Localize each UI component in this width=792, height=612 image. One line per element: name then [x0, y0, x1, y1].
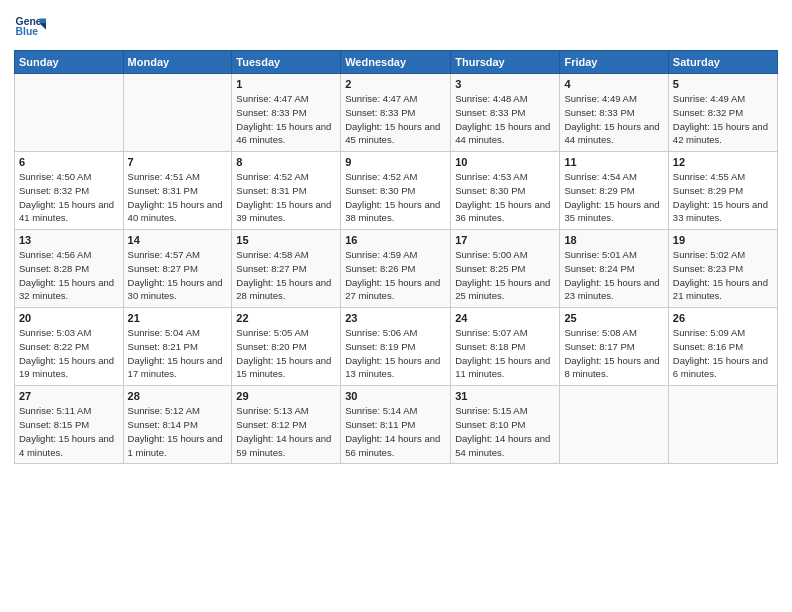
cell-info: Sunrise: 5:01 AM Sunset: 8:24 PM Dayligh… — [564, 248, 663, 303]
calendar-cell: 7Sunrise: 4:51 AM Sunset: 8:31 PM Daylig… — [123, 152, 232, 230]
week-row-5: 27Sunrise: 5:11 AM Sunset: 8:15 PM Dayli… — [15, 386, 778, 464]
calendar-cell: 24Sunrise: 5:07 AM Sunset: 8:18 PM Dayli… — [451, 308, 560, 386]
cell-info: Sunrise: 4:57 AM Sunset: 8:27 PM Dayligh… — [128, 248, 228, 303]
cell-info: Sunrise: 5:07 AM Sunset: 8:18 PM Dayligh… — [455, 326, 555, 381]
cell-date: 14 — [128, 234, 228, 246]
calendar-cell: 5Sunrise: 4:49 AM Sunset: 8:32 PM Daylig… — [668, 74, 777, 152]
cell-date: 20 — [19, 312, 119, 324]
cell-info: Sunrise: 4:49 AM Sunset: 8:32 PM Dayligh… — [673, 92, 773, 147]
header-row: SundayMondayTuesdayWednesdayThursdayFrid… — [15, 51, 778, 74]
cell-date: 21 — [128, 312, 228, 324]
calendar-cell: 23Sunrise: 5:06 AM Sunset: 8:19 PM Dayli… — [341, 308, 451, 386]
cell-info: Sunrise: 4:55 AM Sunset: 8:29 PM Dayligh… — [673, 170, 773, 225]
cell-date: 16 — [345, 234, 446, 246]
calendar-cell: 21Sunrise: 5:04 AM Sunset: 8:21 PM Dayli… — [123, 308, 232, 386]
calendar-cell: 10Sunrise: 4:53 AM Sunset: 8:30 PM Dayli… — [451, 152, 560, 230]
cell-date: 25 — [564, 312, 663, 324]
calendar-cell: 31Sunrise: 5:15 AM Sunset: 8:10 PM Dayli… — [451, 386, 560, 464]
calendar-cell: 16Sunrise: 4:59 AM Sunset: 8:26 PM Dayli… — [341, 230, 451, 308]
cell-info: Sunrise: 5:08 AM Sunset: 8:17 PM Dayligh… — [564, 326, 663, 381]
cell-info: Sunrise: 5:09 AM Sunset: 8:16 PM Dayligh… — [673, 326, 773, 381]
cell-date: 24 — [455, 312, 555, 324]
cell-info: Sunrise: 4:58 AM Sunset: 8:27 PM Dayligh… — [236, 248, 336, 303]
day-header-monday: Monday — [123, 51, 232, 74]
cell-date: 9 — [345, 156, 446, 168]
calendar-cell: 17Sunrise: 5:00 AM Sunset: 8:25 PM Dayli… — [451, 230, 560, 308]
cell-info: Sunrise: 5:02 AM Sunset: 8:23 PM Dayligh… — [673, 248, 773, 303]
day-header-sunday: Sunday — [15, 51, 124, 74]
cell-info: Sunrise: 4:53 AM Sunset: 8:30 PM Dayligh… — [455, 170, 555, 225]
calendar-cell: 4Sunrise: 4:49 AM Sunset: 8:33 PM Daylig… — [560, 74, 668, 152]
calendar-cell: 8Sunrise: 4:52 AM Sunset: 8:31 PM Daylig… — [232, 152, 341, 230]
cell-info: Sunrise: 5:06 AM Sunset: 8:19 PM Dayligh… — [345, 326, 446, 381]
calendar-page: General Blue SundayMondayTuesdayWednesda… — [0, 0, 792, 612]
calendar-cell: 20Sunrise: 5:03 AM Sunset: 8:22 PM Dayli… — [15, 308, 124, 386]
calendar-cell: 3Sunrise: 4:48 AM Sunset: 8:33 PM Daylig… — [451, 74, 560, 152]
cell-date: 29 — [236, 390, 336, 402]
cell-date: 31 — [455, 390, 555, 402]
calendar-cell — [668, 386, 777, 464]
cell-info: Sunrise: 5:13 AM Sunset: 8:12 PM Dayligh… — [236, 404, 336, 459]
cell-date: 30 — [345, 390, 446, 402]
week-row-4: 20Sunrise: 5:03 AM Sunset: 8:22 PM Dayli… — [15, 308, 778, 386]
calendar-cell: 12Sunrise: 4:55 AM Sunset: 8:29 PM Dayli… — [668, 152, 777, 230]
calendar-cell: 18Sunrise: 5:01 AM Sunset: 8:24 PM Dayli… — [560, 230, 668, 308]
cell-info: Sunrise: 5:14 AM Sunset: 8:11 PM Dayligh… — [345, 404, 446, 459]
cell-info: Sunrise: 5:15 AM Sunset: 8:10 PM Dayligh… — [455, 404, 555, 459]
logo: General Blue — [14, 12, 46, 44]
calendar-cell: 28Sunrise: 5:12 AM Sunset: 8:14 PM Dayli… — [123, 386, 232, 464]
calendar-cell: 19Sunrise: 5:02 AM Sunset: 8:23 PM Dayli… — [668, 230, 777, 308]
calendar-cell: 29Sunrise: 5:13 AM Sunset: 8:12 PM Dayli… — [232, 386, 341, 464]
cell-info: Sunrise: 4:47 AM Sunset: 8:33 PM Dayligh… — [345, 92, 446, 147]
day-header-wednesday: Wednesday — [341, 51, 451, 74]
cell-date: 27 — [19, 390, 119, 402]
cell-info: Sunrise: 4:52 AM Sunset: 8:31 PM Dayligh… — [236, 170, 336, 225]
cell-info: Sunrise: 4:56 AM Sunset: 8:28 PM Dayligh… — [19, 248, 119, 303]
calendar-cell: 1Sunrise: 4:47 AM Sunset: 8:33 PM Daylig… — [232, 74, 341, 152]
cell-date: 7 — [128, 156, 228, 168]
cell-date: 10 — [455, 156, 555, 168]
calendar-table: SundayMondayTuesdayWednesdayThursdayFrid… — [14, 50, 778, 464]
cell-date: 12 — [673, 156, 773, 168]
cell-date: 22 — [236, 312, 336, 324]
svg-text:Blue: Blue — [16, 26, 39, 37]
calendar-cell: 15Sunrise: 4:58 AM Sunset: 8:27 PM Dayli… — [232, 230, 341, 308]
calendar-cell: 13Sunrise: 4:56 AM Sunset: 8:28 PM Dayli… — [15, 230, 124, 308]
cell-date: 3 — [455, 78, 555, 90]
cell-info: Sunrise: 4:50 AM Sunset: 8:32 PM Dayligh… — [19, 170, 119, 225]
cell-info: Sunrise: 4:59 AM Sunset: 8:26 PM Dayligh… — [345, 248, 446, 303]
cell-info: Sunrise: 5:05 AM Sunset: 8:20 PM Dayligh… — [236, 326, 336, 381]
cell-info: Sunrise: 4:47 AM Sunset: 8:33 PM Dayligh… — [236, 92, 336, 147]
calendar-cell: 26Sunrise: 5:09 AM Sunset: 8:16 PM Dayli… — [668, 308, 777, 386]
calendar-cell: 11Sunrise: 4:54 AM Sunset: 8:29 PM Dayli… — [560, 152, 668, 230]
cell-info: Sunrise: 4:54 AM Sunset: 8:29 PM Dayligh… — [564, 170, 663, 225]
logo-icon: General Blue — [14, 12, 46, 44]
day-header-thursday: Thursday — [451, 51, 560, 74]
week-row-3: 13Sunrise: 4:56 AM Sunset: 8:28 PM Dayli… — [15, 230, 778, 308]
calendar-cell: 25Sunrise: 5:08 AM Sunset: 8:17 PM Dayli… — [560, 308, 668, 386]
cell-date: 17 — [455, 234, 555, 246]
cell-info: Sunrise: 5:00 AM Sunset: 8:25 PM Dayligh… — [455, 248, 555, 303]
cell-info: Sunrise: 4:49 AM Sunset: 8:33 PM Dayligh… — [564, 92, 663, 147]
calendar-cell — [123, 74, 232, 152]
week-row-1: 1Sunrise: 4:47 AM Sunset: 8:33 PM Daylig… — [15, 74, 778, 152]
cell-date: 5 — [673, 78, 773, 90]
calendar-cell: 6Sunrise: 4:50 AM Sunset: 8:32 PM Daylig… — [15, 152, 124, 230]
cell-date: 26 — [673, 312, 773, 324]
cell-info: Sunrise: 5:03 AM Sunset: 8:22 PM Dayligh… — [19, 326, 119, 381]
calendar-cell: 22Sunrise: 5:05 AM Sunset: 8:20 PM Dayli… — [232, 308, 341, 386]
cell-info: Sunrise: 4:51 AM Sunset: 8:31 PM Dayligh… — [128, 170, 228, 225]
cell-info: Sunrise: 5:11 AM Sunset: 8:15 PM Dayligh… — [19, 404, 119, 459]
calendar-cell — [15, 74, 124, 152]
header: General Blue — [14, 12, 778, 44]
calendar-cell: 14Sunrise: 4:57 AM Sunset: 8:27 PM Dayli… — [123, 230, 232, 308]
cell-date: 13 — [19, 234, 119, 246]
cell-date: 1 — [236, 78, 336, 90]
cell-date: 19 — [673, 234, 773, 246]
cell-date: 6 — [19, 156, 119, 168]
cell-info: Sunrise: 5:12 AM Sunset: 8:14 PM Dayligh… — [128, 404, 228, 459]
calendar-cell: 27Sunrise: 5:11 AM Sunset: 8:15 PM Dayli… — [15, 386, 124, 464]
calendar-cell: 9Sunrise: 4:52 AM Sunset: 8:30 PM Daylig… — [341, 152, 451, 230]
cell-date: 2 — [345, 78, 446, 90]
day-header-tuesday: Tuesday — [232, 51, 341, 74]
